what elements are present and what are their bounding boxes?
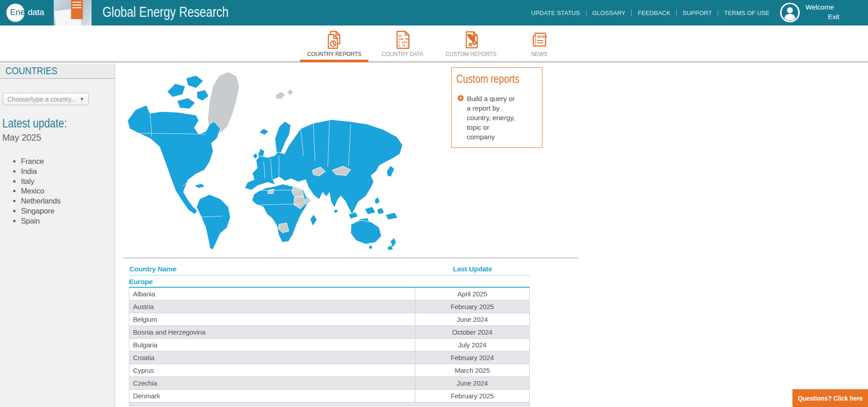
svg-text:0 74 1: 0 74 1 [398,44,409,47]
country-name-cell[interactable]: Czechia [129,377,415,389]
page-title: Global Energy Research [102,4,229,20]
enerdata-logo-text[interactable]: Enerdata [10,7,44,17]
table-row[interactable]: CzechiaJune 2024 [129,377,530,390]
table-row[interactable]: CyprusMarch 2025 [129,364,530,377]
tab-country-data[interactable]: 56 100 89 2 9563 0 74 1 COUNTRY DATA [368,25,437,62]
table-row-partial [129,402,530,407]
country-name-cell[interactable]: Cyprus [129,364,415,376]
countries-sidebar: COUNTRIES Choose/type a country... ▼ Lat… [0,63,115,407]
table-row[interactable]: DenmarkFebruary 2025 [129,390,530,402]
sidebar-title: COUNTRIES [0,63,115,79]
exit-link[interactable]: Exit [828,13,839,20]
top-menu-link-glossary[interactable]: GLOSSARY [592,10,626,16]
table-row[interactable]: AlbaniaApril 2025 [129,288,530,300]
custom-tools-icon [461,30,481,50]
last-update-cell: April 2025 [415,288,529,300]
brochure-cover [71,0,83,19]
last-update-cell: July 2024 [415,339,529,351]
custom-reports-link[interactable]: Build a query or a report by country, en… [458,94,537,142]
country-update-table: Country Name Last Update Europe AlbaniaA… [129,263,530,407]
column-header-country: Country Name [129,265,415,273]
top-menu-link-terms-of-use[interactable]: TERMS OF USE [724,10,770,16]
svg-text:2 9563: 2 9563 [398,41,409,44]
top-menu-link-update-status[interactable]: UPDATE STATUS [531,10,580,16]
brochure-image [54,0,92,25]
menu-separator [718,10,718,16]
custom-reports-box: Custom reports Build a query or a report… [451,67,542,148]
last-update-cell: February 2024 [415,351,529,364]
tab-custom-reports[interactable]: CUSTOM REPORTS [437,25,505,62]
country-name-cell[interactable]: Austria [129,300,415,313]
map-land [128,72,403,250]
bullet-arrow-icon [458,95,464,101]
column-header-update: Last Update [415,265,530,273]
logo-text-prefix: Ener [10,7,28,17]
user-avatar-icon[interactable] [780,2,800,23]
chevron-down-icon: ▼ [80,97,84,102]
custom-reports-title: Custom reports [456,72,523,86]
table-body: AlbaniaApril 2025AustriaFebruary 2025Bel… [129,288,530,402]
country-name-cell[interactable]: Denmark [129,390,415,402]
latest-update-item: Italy [21,177,115,187]
country-select[interactable]: Choose/type a country... ▼ [3,93,89,105]
country-name-cell[interactable]: Bulgaria [129,339,415,351]
tab-label: CUSTOM REPORTS [445,51,496,57]
custom-reports-text: Build a query or a report by country, en… [467,94,519,142]
country-name-cell[interactable]: Bosnia and Herzegovina [129,326,415,338]
latest-update-item: Singapore [21,206,115,216]
tab-label: NEWS [531,51,547,57]
app-header: Enerdata Global Energy Research UPDATE S… [0,0,868,25]
questions-button[interactable]: Questions? Click here [792,389,868,407]
svg-text:56: 56 [398,34,402,37]
latest-update-item: Spain [21,216,115,226]
menu-separator [586,10,587,16]
nav-tabs: COUNTRY REPORTS 56 100 89 2 9563 0 74 1 … [300,25,573,62]
welcome-box: Welcome Exit [806,3,839,20]
last-update-cell: February 2025 [415,390,529,402]
table-header: Country Name Last Update [129,263,530,275]
last-update-cell: October 2024 [415,326,529,338]
table-row[interactable]: BelgiumJune 2024 [129,313,530,326]
latest-update-label: Latest update: [2,116,92,131]
top-menu-link-support[interactable]: SUPPORT [683,10,712,16]
top-menu: UPDATE STATUSGLOSSARYFEEDBACKSUPPORTTERM… [531,0,770,25]
world-map[interactable] [122,66,405,250]
table-row[interactable]: CroatiaFebruary 2024 [129,351,530,364]
country-select-placeholder: Choose/type a country... [7,96,76,103]
top-menu-link-feedback[interactable]: FEEDBACK [638,10,670,16]
tab-label: COUNTRY DATA [382,51,423,57]
welcome-text: Welcome [806,3,834,11]
latest-update-list: FranceIndiaItalyMexicoNetherlandsSingapo… [0,157,115,226]
menu-separator [631,10,632,16]
main-nav: COUNTRY REPORTS 56 100 89 2 9563 0 74 1 … [0,25,868,62]
data-sheet-icon: 56 100 89 2 9563 0 74 1 [393,30,413,50]
svg-text:100 89: 100 89 [398,37,409,41]
country-name-cell[interactable]: Belgium [129,313,415,326]
last-update-cell: June 2024 [415,313,529,326]
table-row[interactable]: Bosnia and HerzegovinaOctober 2024 [129,326,530,339]
region-header: Europe [129,275,530,288]
menu-separator [676,10,677,16]
latest-update-value: May 2025 [2,132,115,143]
latest-update-item: Netherlands [21,196,115,206]
last-update-cell: June 2024 [415,377,529,389]
country-name-cell[interactable]: Croatia [129,351,415,364]
latest-update-item: Mexico [21,186,115,196]
tab-news[interactable]: NEWS NEWS [505,25,573,62]
table-row[interactable]: AustriaFebruary 2025 [129,300,530,313]
report-pages-icon [324,30,345,50]
logo-text-suffix: data [28,7,44,17]
table-divider [123,258,578,258]
last-update-cell: March 2025 [415,364,529,376]
tab-country-reports[interactable]: COUNTRY REPORTS [300,25,368,62]
svg-text:NEWS: NEWS [537,35,547,39]
table-row[interactable]: BulgariaJuly 2024 [129,339,530,351]
newspaper-icon: NEWS [529,30,550,50]
tab-label: COUNTRY REPORTS [307,51,362,57]
latest-update-item: France [21,157,115,167]
latest-update-item: India [21,167,115,177]
last-update-cell: February 2025 [415,300,529,313]
country-name-cell[interactable]: Albania [129,288,415,300]
